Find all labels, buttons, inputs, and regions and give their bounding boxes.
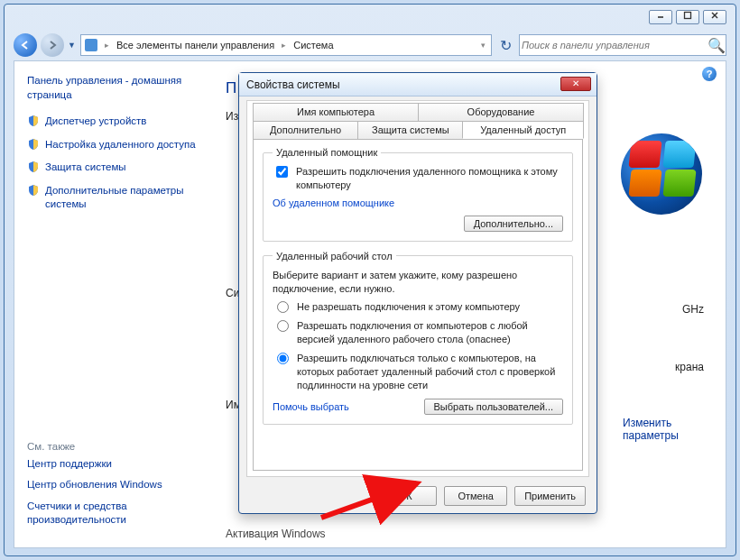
remote-desktop-group: Удаленный рабочий стол Выберите вариант …: [263, 251, 573, 426]
breadcrumb-segment[interactable]: Все элементы панели управления: [116, 40, 274, 50]
search-input[interactable]: [520, 39, 708, 51]
sidebar-item-system-protection[interactable]: Защита системы: [27, 161, 200, 175]
rdp-radio-nla[interactable]: [277, 353, 289, 364]
sidebar: Панель управления - домашняя страница Ди…: [14, 61, 204, 547]
sidebar-home-link[interactable]: Панель управления - домашняя страница: [27, 74, 200, 102]
breadcrumb-dropdown-icon[interactable]: ▾: [479, 41, 487, 50]
checkbox-label: Разрешить подключения удаленного помощни…: [296, 165, 563, 192]
dialog-titlebar[interactable]: Свойства системы ✕: [239, 73, 597, 96]
radio-label: Разрешать подключения от компьютеров с л…: [297, 319, 563, 346]
about-remote-assistance-link[interactable]: Об удаленном помощнике: [273, 197, 394, 208]
spec-value-fragment: крана: [675, 361, 704, 373]
see-also-section: См. также Центр поддержки Центр обновлен…: [27, 441, 197, 535]
see-also-windows-update[interactable]: Центр обновления Windows: [27, 478, 197, 492]
shield-icon: [27, 115, 40, 127]
dialog-title: Свойства системы: [246, 78, 340, 91]
nav-history-dropdown[interactable]: ▼: [68, 41, 77, 50]
svg-rect-1: [685, 13, 691, 19]
group-legend: Удаленный рабочий стол: [273, 251, 396, 262]
address-toolbar: ▼ ▸ Все элементы панели управления ▸ Сис…: [14, 32, 726, 59]
see-also-action-center[interactable]: Центр поддержки: [27, 457, 197, 472]
tab-advanced[interactable]: Дополнительно: [253, 121, 358, 139]
shield-icon: [27, 161, 40, 173]
sidebar-item-label: Настройка удаленного доступа: [45, 138, 196, 152]
tab-system-protection[interactable]: Защита системы: [357, 121, 463, 139]
rdp-radio-any[interactable]: [277, 320, 289, 332]
main-row-label: Из: [226, 110, 238, 123]
allow-remote-assistance-row[interactable]: Разрешить подключения удаленного помощни…: [273, 165, 563, 192]
tab-hardware[interactable]: Оборудование: [418, 103, 584, 121]
see-also-performance-tools[interactable]: Счетчики и средства производительности: [27, 500, 197, 528]
page-title: П: [226, 79, 236, 97]
rdp-option-nla-only[interactable]: Разрешить подключаться только с компьюте…: [273, 352, 563, 392]
rdp-instruction: Выберите вариант и затем укажите, кому р…: [273, 269, 563, 296]
activation-header: Активация Windows: [226, 528, 326, 540]
group-legend: Удаленный помощник: [273, 147, 381, 158]
system-properties-dialog: Свойства системы ✕ Имя компьютера Оборуд…: [238, 72, 597, 514]
sidebar-item-device-manager[interactable]: Диспетчер устройств: [27, 115, 200, 129]
select-users-button[interactable]: Выбрать пользователей...: [424, 399, 564, 415]
sidebar-item-advanced-system-settings[interactable]: Дополнительные параметры системы: [27, 184, 200, 212]
rdp-option-deny[interactable]: Не разрешать подключения к этому компьют…: [273, 300, 563, 314]
rdp-option-any-version[interactable]: Разрешать подключения от компьютеров с л…: [273, 319, 563, 346]
breadcrumb[interactable]: ▸ Все элементы панели управления ▸ Систе…: [80, 34, 492, 56]
tab-remote[interactable]: Удаленный доступ: [462, 121, 584, 139]
close-button[interactable]: [703, 10, 726, 24]
apply-button[interactable]: Применить: [514, 486, 586, 506]
help-me-choose-link[interactable]: Помочь выбрать: [273, 401, 349, 412]
breadcrumb-segment[interactable]: Система: [293, 40, 333, 50]
dialog-body: Имя компьютера Оборудование Дополнительн…: [246, 100, 589, 477]
spec-value-fragment: GHz: [682, 303, 704, 316]
maximize-button[interactable]: [676, 10, 699, 24]
ok-button[interactable]: ОК: [374, 486, 437, 506]
chevron-right-icon: ▸: [280, 41, 288, 50]
windows-logo: [621, 133, 702, 215]
sidebar-item-remote-settings[interactable]: Настройка удаленного доступа: [27, 138, 200, 152]
shield-icon: [27, 184, 40, 197]
shield-icon: [27, 138, 40, 151]
see-also-header: См. также: [27, 441, 197, 452]
remote-assistance-group: Удаленный помощник Разрешить подключения…: [263, 147, 573, 242]
dialog-close-button[interactable]: ✕: [560, 77, 591, 91]
tab-remote-pane: Удаленный помощник Разрешить подключения…: [253, 139, 583, 471]
remote-assistance-advanced-button[interactable]: Дополнительно...: [464, 216, 563, 232]
refresh-button[interactable]: ↻: [495, 37, 515, 54]
tab-strip: Имя компьютера Оборудование Дополнительн…: [247, 101, 588, 141]
sidebar-item-label: Диспетчер устройств: [45, 115, 146, 129]
nav-back-button[interactable]: [14, 33, 37, 57]
dialog-footer: ОК Отмена Применить: [374, 486, 586, 506]
sidebar-item-label: Защита системы: [45, 161, 126, 175]
change-settings-link[interactable]: Изменить параметры: [623, 417, 704, 442]
tab-computer-name[interactable]: Имя компьютера: [253, 103, 419, 121]
radio-label: Не разрешать подключения к этому компьют…: [297, 300, 520, 314]
search-box[interactable]: 🔍: [519, 34, 726, 56]
minimize-button[interactable]: [649, 10, 672, 24]
rdp-radio-deny[interactable]: [277, 301, 289, 313]
search-icon: 🔍: [708, 37, 726, 54]
radio-label: Разрешить подключаться только с компьюте…: [297, 352, 563, 392]
nav-forward-button[interactable]: [41, 33, 64, 57]
control-panel-icon: [85, 39, 97, 51]
sidebar-item-label: Дополнительные параметры системы: [45, 184, 200, 212]
allow-remote-assistance-checkbox[interactable]: [276, 166, 288, 178]
chevron-right-icon: ▸: [103, 41, 111, 50]
window-controls: [649, 10, 726, 24]
cancel-button[interactable]: Отмена: [444, 486, 507, 506]
